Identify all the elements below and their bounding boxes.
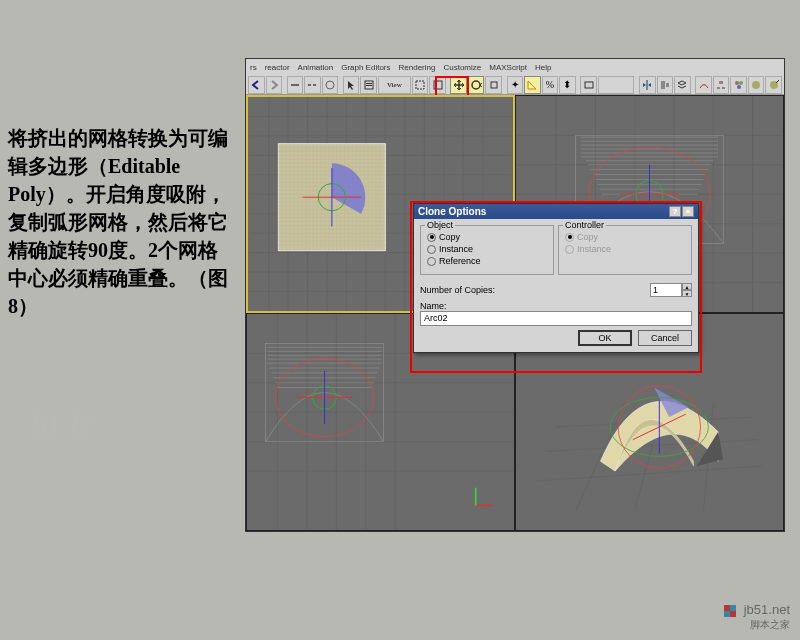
- svg-rect-169: [730, 605, 736, 611]
- scale-button[interactable]: [485, 76, 502, 94]
- bind-button[interactable]: [322, 76, 339, 94]
- window-crossing-button[interactable]: [429, 76, 446, 94]
- svg-rect-0: [291, 84, 299, 86]
- svg-rect-7: [416, 81, 424, 89]
- object-group: Object Copy Instance Reference: [420, 225, 554, 275]
- svg-point-3: [326, 81, 334, 89]
- menu-item[interactable]: Rendering: [399, 63, 436, 72]
- menu-item[interactable]: rs: [250, 63, 257, 72]
- rotate-button[interactable]: [468, 76, 485, 94]
- svg-rect-168: [724, 605, 730, 611]
- dialog-titlebar[interactable]: Clone Options ? ×: [414, 204, 698, 219]
- angle-snap-button[interactable]: [524, 76, 541, 94]
- svg-point-17: [735, 81, 739, 85]
- svg-rect-13: [666, 83, 669, 87]
- undo-button[interactable]: [248, 76, 265, 94]
- controller-group: Controller Copy Instance: [558, 225, 692, 275]
- radio-ctrl-instance: [565, 245, 574, 254]
- named-selection-input[interactable]: [598, 76, 634, 94]
- clone-options-dialog: Clone Options ? × Object Copy Instance R…: [413, 203, 699, 353]
- radio-copy[interactable]: [427, 233, 436, 242]
- name-label: Name:: [420, 301, 692, 311]
- dialog-help-button[interactable]: ?: [669, 206, 681, 217]
- dialog-close-button[interactable]: ×: [682, 206, 694, 217]
- svg-point-18: [739, 81, 743, 85]
- mirror-button[interactable]: [639, 76, 656, 94]
- curve-editor-button[interactable]: [695, 76, 712, 94]
- main-toolbar: View ✦ % ⬍: [246, 75, 784, 95]
- radio-reference[interactable]: [427, 257, 436, 266]
- snap-button[interactable]: ✦: [507, 76, 524, 94]
- radio-ctrl-copy: [565, 233, 574, 242]
- menu-item[interactable]: Graph Editors: [341, 63, 390, 72]
- svg-rect-16: [722, 87, 725, 89]
- radio-instance[interactable]: [427, 245, 436, 254]
- spinner-snap-button[interactable]: ⬍: [559, 76, 576, 94]
- svg-rect-6: [366, 85, 372, 86]
- svg-point-9: [472, 81, 480, 89]
- dialog-title-text: Clone Options: [418, 206, 486, 217]
- logo-icon: [723, 604, 737, 618]
- move-button[interactable]: [450, 76, 467, 94]
- controller-group-label: Controller: [563, 220, 606, 230]
- quick-render-button[interactable]: [765, 76, 782, 94]
- svg-point-20: [752, 81, 760, 89]
- svg-rect-12: [661, 81, 665, 89]
- svg-rect-171: [730, 611, 736, 617]
- percent-snap-button[interactable]: %: [542, 76, 559, 94]
- named-selection-button[interactable]: [580, 76, 597, 94]
- select-region-button[interactable]: [412, 76, 429, 94]
- svg-rect-15: [717, 87, 720, 89]
- svg-rect-11: [585, 82, 593, 88]
- svg-point-19: [737, 85, 741, 89]
- link-button[interactable]: [287, 76, 304, 94]
- copies-label: Number of Copies:: [420, 285, 495, 295]
- svg-rect-8: [434, 81, 442, 89]
- svg-rect-1: [308, 84, 311, 86]
- select-button[interactable]: [343, 76, 360, 94]
- object-group-label: Object: [425, 220, 455, 230]
- schematic-button[interactable]: [713, 76, 730, 94]
- selection-filter[interactable]: View: [378, 76, 411, 94]
- watermark-bg: la le: [30, 400, 96, 444]
- instruction-text: 将挤出的网格转换为可编辑多边形（Editable Poly）。开启角度吸附，复制…: [8, 124, 230, 320]
- spin-up-button[interactable]: ▲: [682, 283, 692, 290]
- menu-item[interactable]: Customize: [443, 63, 481, 72]
- render-scene-button[interactable]: [748, 76, 765, 94]
- menu-item[interactable]: Help: [535, 63, 551, 72]
- svg-rect-14: [719, 81, 723, 84]
- ok-button[interactable]: OK: [578, 330, 632, 346]
- svg-line-159: [546, 440, 757, 452]
- copies-input[interactable]: 1: [650, 283, 682, 297]
- menubar: rs reactor Animation Graph Editors Rende…: [246, 59, 784, 75]
- watermark: jb51.net 脚本之家: [723, 602, 790, 632]
- material-editor-button[interactable]: [730, 76, 747, 94]
- redo-button[interactable]: [266, 76, 283, 94]
- svg-rect-5: [366, 83, 372, 84]
- select-by-name-button[interactable]: [360, 76, 377, 94]
- name-input[interactable]: Arc02: [420, 311, 692, 326]
- svg-rect-170: [724, 611, 730, 617]
- menu-item[interactable]: reactor: [265, 63, 290, 72]
- svg-rect-10: [491, 82, 497, 88]
- align-button[interactable]: [657, 76, 674, 94]
- app-window: rs reactor Animation Graph Editors Rende…: [245, 58, 785, 532]
- layers-button[interactable]: [674, 76, 691, 94]
- spin-down-button[interactable]: ▼: [682, 290, 692, 297]
- svg-line-158: [537, 466, 763, 481]
- menu-item[interactable]: MAXScript: [489, 63, 527, 72]
- svg-rect-2: [313, 84, 316, 86]
- unlink-button[interactable]: [304, 76, 321, 94]
- cancel-button[interactable]: Cancel: [638, 330, 692, 346]
- menu-item[interactable]: Animation: [298, 63, 334, 72]
